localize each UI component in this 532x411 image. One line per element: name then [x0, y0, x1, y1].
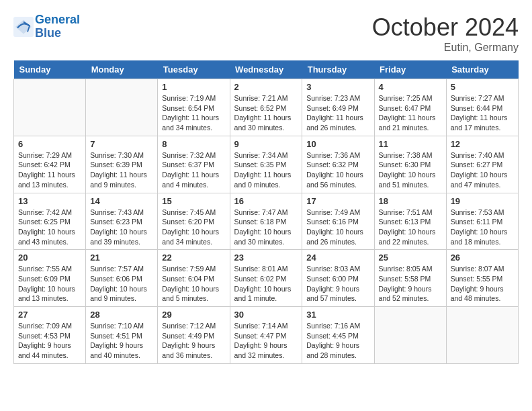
calendar-cell: 22Sunrise: 7:59 AMSunset: 6:04 PMDayligh…	[158, 250, 230, 307]
calendar-week-row: 13Sunrise: 7:42 AMSunset: 6:25 PMDayligh…	[14, 193, 519, 250]
day-number: 2	[234, 82, 298, 92]
day-info: Sunrise: 7:55 AMSunset: 6:09 PMDaylight:…	[18, 264, 81, 304]
title-area: October 2024 Eutin, Germany	[372, 13, 519, 54]
calendar-cell: 5Sunrise: 7:27 AMSunset: 6:44 PMDaylight…	[446, 79, 518, 136]
weekday-header: Saturday	[446, 60, 518, 79]
calendar-cell: 21Sunrise: 7:57 AMSunset: 6:06 PMDayligh…	[86, 250, 158, 307]
calendar-cell: 15Sunrise: 7:45 AMSunset: 6:20 PMDayligh…	[158, 193, 230, 250]
calendar-cell: 2Sunrise: 7:21 AMSunset: 6:52 PMDaylight…	[230, 79, 302, 136]
day-number: 27	[18, 310, 81, 320]
calendar-cell: 16Sunrise: 7:47 AMSunset: 6:18 PMDayligh…	[230, 193, 302, 250]
day-number: 17	[306, 196, 369, 206]
weekday-header: Wednesday	[230, 60, 302, 79]
day-info: Sunrise: 8:03 AMSunset: 6:00 PMDaylight:…	[306, 264, 369, 304]
day-number: 7	[90, 139, 153, 149]
day-info: Sunrise: 8:07 AMSunset: 5:55 PMDaylight:…	[451, 264, 514, 304]
calendar-week-row: 1Sunrise: 7:19 AMSunset: 6:54 PMDaylight…	[14, 79, 519, 136]
day-number: 18	[379, 196, 442, 206]
calendar-cell: 23Sunrise: 8:01 AMSunset: 6:02 PMDayligh…	[230, 250, 302, 307]
day-info: Sunrise: 7:27 AMSunset: 6:44 PMDaylight:…	[451, 93, 514, 133]
weekday-header: Tuesday	[158, 60, 230, 79]
calendar-cell: 13Sunrise: 7:42 AMSunset: 6:25 PMDayligh…	[14, 193, 86, 250]
calendar-cell	[86, 79, 158, 136]
day-number: 26	[451, 253, 514, 263]
month-title: October 2024	[372, 13, 519, 42]
calendar-cell: 24Sunrise: 8:03 AMSunset: 6:00 PMDayligh…	[302, 250, 374, 307]
day-number: 28	[90, 310, 153, 320]
day-number: 23	[234, 253, 298, 263]
calendar-cell: 8Sunrise: 7:32 AMSunset: 6:37 PMDaylight…	[158, 136, 230, 193]
day-number: 24	[306, 253, 369, 263]
day-number: 10	[306, 139, 369, 149]
day-number: 19	[451, 196, 514, 206]
weekday-header: Friday	[374, 60, 446, 79]
day-number: 29	[162, 310, 225, 320]
day-info: Sunrise: 8:01 AMSunset: 6:02 PMDaylight:…	[234, 264, 298, 304]
day-number: 30	[234, 310, 298, 320]
logo-icon	[13, 17, 34, 37]
day-info: Sunrise: 7:14 AMSunset: 4:47 PMDaylight:…	[234, 321, 298, 361]
calendar-cell: 11Sunrise: 7:38 AMSunset: 6:30 PMDayligh…	[374, 136, 446, 193]
weekday-header: Sunday	[14, 60, 86, 79]
day-info: Sunrise: 7:32 AMSunset: 6:37 PMDaylight:…	[162, 150, 225, 190]
day-number: 6	[18, 139, 81, 149]
day-info: Sunrise: 7:47 AMSunset: 6:18 PMDaylight:…	[234, 208, 298, 247]
calendar-cell: 27Sunrise: 7:09 AMSunset: 4:53 PMDayligh…	[14, 307, 86, 364]
day-info: Sunrise: 8:05 AMSunset: 5:58 PMDaylight:…	[379, 264, 442, 304]
day-number: 16	[234, 196, 298, 206]
day-info: Sunrise: 7:09 AMSunset: 4:53 PMDaylight:…	[18, 321, 81, 361]
weekday-header-row: SundayMondayTuesdayWednesdayThursdayFrid…	[14, 60, 519, 79]
day-number: 22	[162, 253, 225, 263]
day-number: 4	[379, 82, 442, 92]
day-info: Sunrise: 7:29 AMSunset: 6:42 PMDaylight:…	[18, 150, 81, 190]
day-number: 8	[162, 139, 225, 149]
day-number: 21	[90, 253, 153, 263]
logo-general: General	[35, 13, 80, 26]
day-number: 15	[162, 196, 225, 206]
day-info: Sunrise: 7:51 AMSunset: 6:13 PMDaylight:…	[379, 208, 442, 247]
day-number: 5	[451, 82, 514, 92]
day-number: 3	[306, 82, 369, 92]
logo-blue: Blue	[35, 26, 61, 40]
day-number: 25	[379, 253, 442, 263]
day-number: 12	[451, 139, 514, 149]
day-number: 31	[306, 310, 369, 320]
weekday-header: Monday	[86, 60, 158, 79]
calendar-cell: 29Sunrise: 7:12 AMSunset: 4:49 PMDayligh…	[158, 307, 230, 364]
calendar-cell	[14, 79, 86, 136]
day-info: Sunrise: 7:36 AMSunset: 6:32 PMDaylight:…	[306, 150, 369, 190]
calendar-cell: 7Sunrise: 7:30 AMSunset: 6:39 PMDaylight…	[86, 136, 158, 193]
calendar-cell: 31Sunrise: 7:16 AMSunset: 4:45 PMDayligh…	[302, 307, 374, 364]
calendar-cell: 19Sunrise: 7:53 AMSunset: 6:11 PMDayligh…	[446, 193, 518, 250]
day-info: Sunrise: 7:38 AMSunset: 6:30 PMDaylight:…	[379, 150, 442, 190]
calendar-week-row: 27Sunrise: 7:09 AMSunset: 4:53 PMDayligh…	[14, 307, 519, 364]
day-info: Sunrise: 7:59 AMSunset: 6:04 PMDaylight:…	[162, 264, 225, 304]
day-info: Sunrise: 7:30 AMSunset: 6:39 PMDaylight:…	[90, 150, 153, 190]
calendar-cell: 26Sunrise: 8:07 AMSunset: 5:55 PMDayligh…	[446, 250, 518, 307]
day-number: 13	[18, 196, 81, 206]
day-info: Sunrise: 7:25 AMSunset: 6:47 PMDaylight:…	[379, 93, 442, 133]
day-info: Sunrise: 7:53 AMSunset: 6:11 PMDaylight:…	[451, 208, 514, 247]
page-header: General Blue October 2024 Eutin, Germany	[13, 13, 519, 54]
calendar-cell: 28Sunrise: 7:10 AMSunset: 4:51 PMDayligh…	[86, 307, 158, 364]
calendar-cell: 1Sunrise: 7:19 AMSunset: 6:54 PMDaylight…	[158, 79, 230, 136]
logo: General Blue	[13, 13, 80, 40]
calendar-cell: 25Sunrise: 8:05 AMSunset: 5:58 PMDayligh…	[374, 250, 446, 307]
day-number: 1	[162, 82, 225, 92]
calendar-cell: 12Sunrise: 7:40 AMSunset: 6:27 PMDayligh…	[446, 136, 518, 193]
day-number: 11	[379, 139, 442, 149]
calendar-cell: 9Sunrise: 7:34 AMSunset: 6:35 PMDaylight…	[230, 136, 302, 193]
day-info: Sunrise: 7:21 AMSunset: 6:52 PMDaylight:…	[234, 93, 298, 133]
day-info: Sunrise: 7:19 AMSunset: 6:54 PMDaylight:…	[162, 93, 225, 133]
calendar-cell: 10Sunrise: 7:36 AMSunset: 6:32 PMDayligh…	[302, 136, 374, 193]
day-info: Sunrise: 7:57 AMSunset: 6:06 PMDaylight:…	[90, 264, 153, 304]
calendar-cell: 30Sunrise: 7:14 AMSunset: 4:47 PMDayligh…	[230, 307, 302, 364]
day-info: Sunrise: 7:43 AMSunset: 6:23 PMDaylight:…	[90, 208, 153, 247]
calendar-cell: 14Sunrise: 7:43 AMSunset: 6:23 PMDayligh…	[86, 193, 158, 250]
day-number: 9	[234, 139, 298, 149]
calendar-cell	[374, 307, 446, 364]
location-title: Eutin, Germany	[372, 42, 519, 54]
calendar-cell: 4Sunrise: 7:25 AMSunset: 6:47 PMDaylight…	[374, 79, 446, 136]
calendar-cell: 17Sunrise: 7:49 AMSunset: 6:16 PMDayligh…	[302, 193, 374, 250]
day-info: Sunrise: 7:49 AMSunset: 6:16 PMDaylight:…	[306, 208, 369, 247]
